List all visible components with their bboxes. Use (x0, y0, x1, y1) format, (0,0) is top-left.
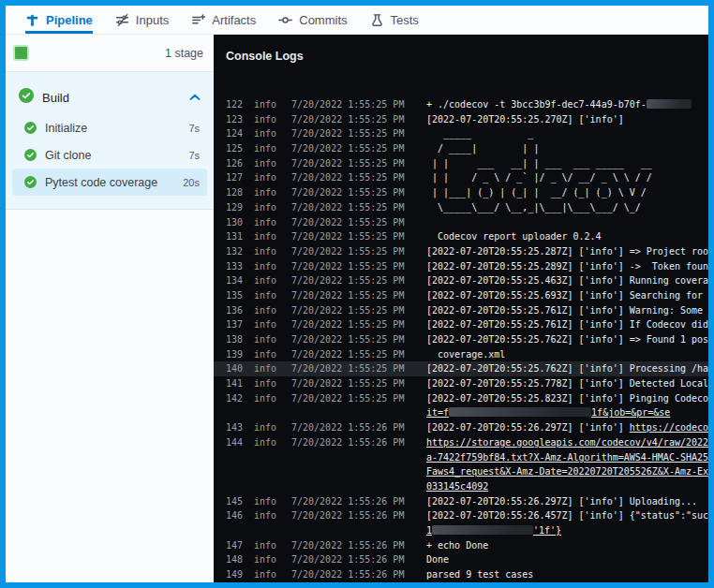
log-row[interactable]: 139info7/20/2022 1:55:25 PM coverage.xml (214, 347, 708, 362)
tests-icon (370, 13, 384, 27)
build-stage-row[interactable]: Build (6, 81, 214, 114)
log-row[interactable]: 122info7/20/2022 1:55:25 PM+ ./codecov -… (214, 97, 708, 112)
log-row[interactable]: 138info7/20/2022 1:55:25 PM[2022-07-20T2… (214, 332, 708, 347)
tab-label: Commits (299, 13, 347, 27)
log-row[interactable]: 124info7/20/2022 1:55:25 PM _____ _ (214, 126, 708, 141)
log-level: info (254, 126, 282, 141)
log-row[interactable]: 144info7/20/2022 1:55:26 PMhttps://stora… (214, 435, 708, 450)
log-row[interactable]: 148info7/20/2022 1:55:26 PMDone (214, 552, 708, 567)
log-row[interactable]: 033145c4092 (214, 479, 708, 494)
log-row[interactable]: 129info7/20/2022 1:55:25 PM \_____\___/ … (214, 200, 708, 215)
log-message: [2022-07-20T20:55:25.823Z] ['info'] Ping… (426, 391, 708, 406)
log-row[interactable]: 147info7/20/2022 1:55:26 PM+ echo Done (214, 538, 708, 553)
log-row[interactable]: 141info7/20/2022 1:55:25 PM[2022-07-20T2… (214, 376, 708, 391)
log-row[interactable]: 137info7/20/2022 1:55:25 PM[2022-07-20T2… (214, 317, 708, 332)
execution-main: 1 stage Build Initialize7sGit clone7sPyt… (6, 35, 708, 582)
log-link[interactable]: 1f&job=&pr=&se (591, 407, 670, 418)
log-link[interactable]: Faws4_request&X-Amz-Date=20220720T205526… (426, 466, 708, 477)
log-timestamp: 7/20/2022 1:55:25 PM (291, 347, 415, 362)
log-timestamp: 7/20/2022 1:55:25 PM (291, 215, 415, 230)
execution-tab-bar: PipelineInputsArtifactsCommitsTests (6, 6, 708, 35)
log-level: info (254, 170, 282, 185)
log-row[interactable]: 132info7/20/2022 1:55:25 PM[2022-07-20T2… (214, 244, 708, 259)
tab-artifacts[interactable]: Artifacts (191, 6, 256, 34)
log-link[interactable]: it=f (426, 407, 449, 418)
log-row[interactable]: 130info7/20/2022 1:55:25 PM (214, 215, 708, 230)
console-logs-title: Console Logs (214, 35, 708, 94)
log-level: info (254, 156, 282, 171)
step-duration: 20s (183, 177, 200, 188)
log-level: info (254, 391, 282, 406)
log-timestamp: 7/20/2022 1:55:26 PM (291, 567, 415, 582)
log-timestamp: 7/20/2022 1:55:25 PM (291, 303, 415, 318)
log-text: Codecov report uploader 0.2.4 (426, 231, 602, 242)
log-message: \_____\___/ \__,_|\___|\___\___/ \_/ (426, 200, 708, 215)
log-row[interactable]: 136info7/20/2022 1:55:25 PM[2022-07-20T2… (214, 303, 708, 318)
line-number: 140 (222, 361, 243, 376)
check-circle-icon (24, 176, 37, 188)
log-row[interactable]: Faws4_request&X-Amz-Date=20220720T205526… (214, 464, 708, 479)
log-link[interactable]: a-7422f759bf84.txt?X-Amz-Algorithm=AWS4-… (426, 452, 708, 463)
log-level: info (254, 185, 282, 200)
log-row[interactable]: 128info7/20/2022 1:55:25 PM | |___| (_) … (214, 185, 708, 200)
step-pytest-code-coverage[interactable]: Pytest code coverage20s (12, 169, 207, 196)
tab-tests[interactable]: Tests (370, 6, 419, 34)
log-row[interactable]: 131info7/20/2022 1:55:25 PM Codecov repo… (214, 229, 708, 244)
log-timestamp: 7/20/2022 1:55:25 PM (291, 361, 415, 376)
log-row[interactable]: 123info7/20/2022 1:55:25 PM[2022-07-20T2… (214, 112, 708, 127)
log-text: parsed 9 test cases (426, 569, 533, 580)
log-link[interactable]: '1f'} (533, 525, 561, 536)
log-row[interactable]: 146info7/20/2022 1:55:26 PM[2022-07-20T2… (214, 508, 708, 523)
log-row[interactable]: 127info7/20/2022 1:55:25 PM | | / _ \ / … (214, 170, 708, 185)
log-timestamp (291, 464, 415, 479)
log-text: [2022-07-20T20:55:25.270Z] ['info'] (426, 114, 624, 125)
log-message (426, 215, 708, 230)
step-initialize[interactable]: Initialize7s (12, 114, 207, 141)
tab-commits[interactable]: Commits (278, 6, 347, 34)
line-number: 124 (222, 126, 243, 141)
log-row[interactable]: a-7422f759bf84.txt?X-Amz-Algorithm=AWS4-… (214, 450, 708, 465)
log-level: info (254, 244, 282, 259)
log-row[interactable]: 145info7/20/2022 1:55:26 PM[2022-07-20T2… (214, 494, 708, 509)
log-timestamp: 7/20/2022 1:55:26 PM (291, 494, 415, 509)
chevron-up-icon[interactable] (189, 94, 201, 101)
line-number: 145 (222, 494, 243, 509)
log-row[interactable]: it=f1f&job=&pr=&se (214, 405, 708, 420)
log-level (254, 479, 282, 494)
stage-sidebar-header: 1 stage (6, 35, 214, 72)
log-message: 1'1f'} (426, 523, 708, 538)
log-row[interactable]: 125info7/20/2022 1:55:25 PM / ____| | | (214, 141, 708, 156)
log-message: | | ___ __| | ___ ___ _____ __ (426, 156, 708, 171)
line-number (222, 405, 243, 420)
log-link[interactable]: 033145c4092 (426, 481, 488, 492)
tab-label: Artifacts (212, 13, 256, 27)
tab-inputs[interactable]: Inputs (115, 6, 169, 34)
log-row[interactable]: 133info7/20/2022 1:55:25 PM[2022-07-20T2… (214, 259, 708, 274)
log-row[interactable]: 135info7/20/2022 1:55:25 PM[2022-07-20T2… (214, 288, 708, 303)
log-row[interactable]: 149info7/20/2022 1:55:26 PMparsed 9 test… (214, 567, 708, 582)
log-row[interactable]: 140info7/20/2022 1:55:25 PM[2022-07-20T2… (214, 361, 708, 376)
log-level (254, 464, 282, 479)
log-text: | | ___ __| | ___ ___ _____ __ (426, 158, 652, 169)
log-timestamp: 7/20/2022 1:55:25 PM (291, 259, 415, 274)
log-link[interactable]: https://codecov.io (630, 422, 708, 433)
log-row[interactable]: 142info7/20/2022 1:55:25 PM[2022-07-20T2… (214, 391, 708, 406)
log-level: info (254, 200, 282, 215)
line-number: 149 (222, 567, 243, 582)
log-message: / ____| | | (426, 141, 708, 156)
log-text: [2022-07-20T20:55:25.761Z] ['info'] Warn… (426, 305, 708, 316)
log-row[interactable]: 126info7/20/2022 1:55:25 PM | | ___ __| … (214, 156, 708, 171)
step-duration: 7s (188, 150, 200, 161)
log-row[interactable]: 1'1f'} (214, 523, 708, 538)
log-text: coverage.xml (426, 349, 505, 360)
step-git-clone[interactable]: Git clone7s (12, 141, 207, 169)
log-text: [2022-07-20T20:55:25.761Z] ['info'] If C… (426, 319, 708, 330)
log-row[interactable]: 143info7/20/2022 1:55:26 PM[2022-07-20T2… (214, 420, 708, 435)
log-link[interactable]: https://storage.googleapis.com/codecov/v… (426, 437, 708, 448)
log-text: [2022-07-20T20:55:25.778Z] ['info'] Dete… (426, 378, 708, 389)
log-level (254, 450, 282, 465)
log-timestamp: 7/20/2022 1:55:25 PM (291, 391, 415, 406)
tab-pipeline[interactable]: Pipeline (25, 6, 93, 34)
log-message: coverage.xml (426, 347, 708, 362)
log-row[interactable]: 134info7/20/2022 1:55:25 PM[2022-07-20T2… (214, 273, 708, 288)
